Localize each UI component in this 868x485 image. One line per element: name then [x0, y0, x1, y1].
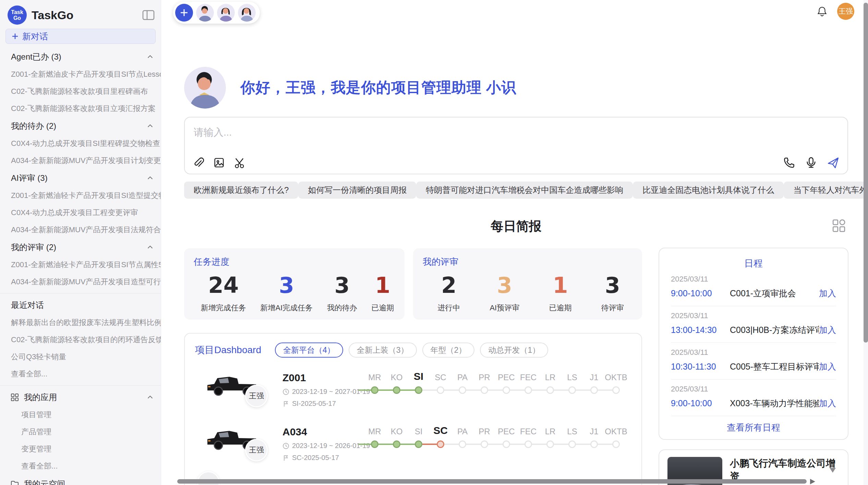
join-meeting-link[interactable]: 加入	[819, 361, 836, 372]
milestone-connector	[510, 444, 525, 445]
milestone-label: PEC	[498, 423, 515, 436]
project-row[interactable]: 王强 Z001 2023-12-19 ~ 2027-01-19 S	[185, 364, 641, 419]
app-link[interactable]: 查看全部...	[0, 458, 161, 475]
project-dates: 2023-12-19 ~ 2026-01-19	[292, 442, 370, 450]
dashboard-tab[interactable]: 全新平台（4）	[275, 343, 343, 358]
dashboard-tab[interactable]: 动总开发（1）	[480, 343, 548, 358]
vertical-scrollbar-thumb[interactable]	[864, 3, 868, 343]
sidebar-item[interactable]: Z001-全新燃油轻卡产品开发项目SI节点属性5D文件评审	[0, 256, 161, 273]
sidebar-item[interactable]: C02-飞腾新能源轻客改款项目立项汇报方案	[0, 100, 161, 117]
recent-chat-item[interactable]: C02-飞腾新能源轻客改款项目的闭环通告反馈情况	[0, 331, 161, 348]
milestone-dot	[568, 440, 576, 448]
chevron-up-icon	[146, 244, 154, 251]
join-meeting-link[interactable]: 加入	[819, 324, 836, 336]
agent-avatar[interactable]	[238, 4, 256, 22]
recent-chat-item[interactable]: 解释最新出台的欧盟报废车法规再生塑料比例被调至15%...	[0, 314, 161, 331]
app-link[interactable]: 变更管理	[0, 440, 161, 458]
paperclip-icon[interactable]	[192, 157, 205, 169]
microphone-icon[interactable]	[805, 157, 817, 169]
milestone-label: SI	[415, 423, 423, 436]
sidebar-section-ai-review[interactable]: AI评审 (3)	[0, 169, 161, 187]
stat-label: 新增AI完成任务	[260, 303, 313, 313]
agent-avatar[interactable]	[217, 4, 235, 22]
sidebar-item[interactable]: A034-全新新能源MUV产品开发项目造型可行性评审	[0, 273, 161, 290]
sidebar-section-my-todo[interactable]: 我的待办 (2)	[0, 117, 161, 135]
join-meeting-link[interactable]: 加入	[819, 288, 836, 299]
sidebar-my-apps[interactable]: 我的应用	[0, 388, 161, 406]
milestone-dot	[503, 440, 510, 448]
quick-agents-bar	[173, 2, 260, 24]
sidebar-item[interactable]: C02-飞腾新能源轻客改款项目里程碑画布	[0, 83, 161, 100]
stat-value: 3	[327, 273, 357, 297]
app-link[interactable]: 产品管理	[0, 423, 161, 440]
clock-icon	[282, 443, 289, 449]
scroll-right-arrow-icon[interactable]	[810, 479, 815, 484]
schedule-item: 2025/03/11 9:00-10:00 X003-车辆动力学性能验... 加…	[671, 380, 836, 416]
suggestion-chip[interactable]: 特朗普可能对进口汽车增税会对中国车企造成哪些影响	[416, 182, 633, 199]
join-meeting-link[interactable]: 加入	[819, 398, 836, 409]
main-content: 王强 你好，王强，我是你的项目管理助理 小识	[161, 0, 864, 485]
new-chat-button[interactable]: 新对话	[5, 29, 156, 44]
schedule-date: 2025/03/11	[671, 348, 836, 357]
project-car-image: 王强	[205, 423, 260, 454]
sidebar-cloud-space[interactable]: 我的云空间	[0, 475, 161, 485]
schedule-event-title: C001-立项审批会	[730, 288, 819, 299]
scissors-icon[interactable]	[233, 157, 246, 169]
milestone-label: SC	[433, 423, 448, 436]
agent-avatar[interactable]	[196, 4, 214, 22]
add-agent-button[interactable]	[175, 4, 193, 22]
suggestion-chip[interactable]: 欧洲新规最近颁布了什么?	[184, 182, 298, 199]
notifications-bell-icon[interactable]	[817, 6, 828, 17]
app-link[interactable]: 项目管理	[0, 406, 161, 423]
recent-chat-item[interactable]: 公司Q3轻卡销量	[0, 348, 161, 365]
project-row[interactable]: 王强 A034 2023-12-19 ~ 2026-01-19 S	[185, 418, 641, 473]
stat-label: 进行中	[437, 303, 460, 313]
project-flag: SI-2025-05-17	[292, 400, 336, 408]
task-progress-card: 任务进度 24 新增完成任务 3 新增AI完成任务 3 我的待办	[184, 248, 405, 320]
sidebar-item[interactable]: Z001-全新燃油轻卡产品开发项目SI造型提交物评审	[0, 187, 161, 204]
stat: 24 新增完成任务	[201, 273, 246, 313]
chevron-up-icon	[146, 174, 154, 182]
milestone: OKTB	[605, 423, 627, 448]
milestone-track: MR KO SI	[364, 369, 627, 394]
sidebar-item[interactable]: A034-全新新能源MUV产品开发项目计划变更表编写	[0, 152, 161, 169]
horizontal-scrollbar-thumb[interactable]	[177, 479, 807, 484]
phone-icon[interactable]	[783, 157, 795, 169]
suggestion-chip[interactable]: 如何写一份清晰的项目周报	[298, 182, 416, 199]
milestone-label: FEC	[520, 423, 537, 436]
view-all-chats-link[interactable]: 查看全部...	[0, 365, 161, 383]
milestone-connector	[576, 389, 590, 391]
vertical-scrollbar[interactable]	[864, 0, 868, 485]
milestone-connector	[378, 444, 393, 445]
sidebar-section-agent-done[interactable]: Agent已办 (3)	[0, 48, 161, 66]
new-chat-label: 新对话	[22, 31, 48, 42]
suggestion-chip[interactable]: 当下年轻人对汽车外观有怎样的喜好趋势	[784, 182, 868, 199]
scroll-down-arrow-icon[interactable]	[830, 468, 836, 473]
sidebar-section-my-review[interactable]: 我的评审 (2)	[0, 238, 161, 256]
view-all-schedule-link[interactable]: 查看所有日程	[671, 416, 836, 439]
dashboard-tab[interactable]: 年型（2）	[422, 343, 475, 358]
milestone-dot	[481, 440, 488, 448]
layout-grid-icon[interactable]	[832, 219, 846, 233]
schedule-date: 2025/03/11	[671, 275, 836, 284]
chevron-up-icon	[146, 53, 154, 61]
sidebar-item[interactable]: C0X4-动力总成开发项目工程变更评审	[0, 204, 161, 221]
suggestion-chip[interactable]: 比亚迪全固态电池计划具体说了什么	[633, 182, 784, 199]
dashboard-tab[interactable]: 全新上装（3）	[349, 343, 417, 358]
sidebar-item[interactable]: Z001-全新燃油皮卡产品开发项目SI节点Lesson Learn报告	[0, 66, 161, 83]
chat-input[interactable]	[194, 124, 605, 140]
sidebar-item[interactable]: C0X4-动力总成开发项目SI里程碑提交物检查	[0, 135, 161, 152]
user-avatar[interactable]: 王强	[837, 3, 854, 20]
milestone-track: MR KO SI	[364, 423, 627, 448]
sidebar-item[interactable]: A034-全新新能源MUV产品开发项目法规符合性评审	[0, 221, 161, 238]
topbar-right: 王强	[817, 3, 854, 20]
milestone-connector	[532, 444, 546, 445]
project-name: A034	[282, 426, 370, 438]
image-icon[interactable]	[213, 157, 225, 169]
send-icon[interactable]	[827, 157, 839, 169]
section-title: 最近对话	[11, 300, 44, 311]
collapse-sidebar-icon[interactable]	[142, 10, 155, 21]
dashboard-header: 项目Dashboard 全新平台（4）全新上装（3）年型（2）动总开发（1）	[185, 334, 641, 358]
stat-value: 3	[601, 273, 624, 297]
chevron-up-icon	[146, 394, 154, 401]
